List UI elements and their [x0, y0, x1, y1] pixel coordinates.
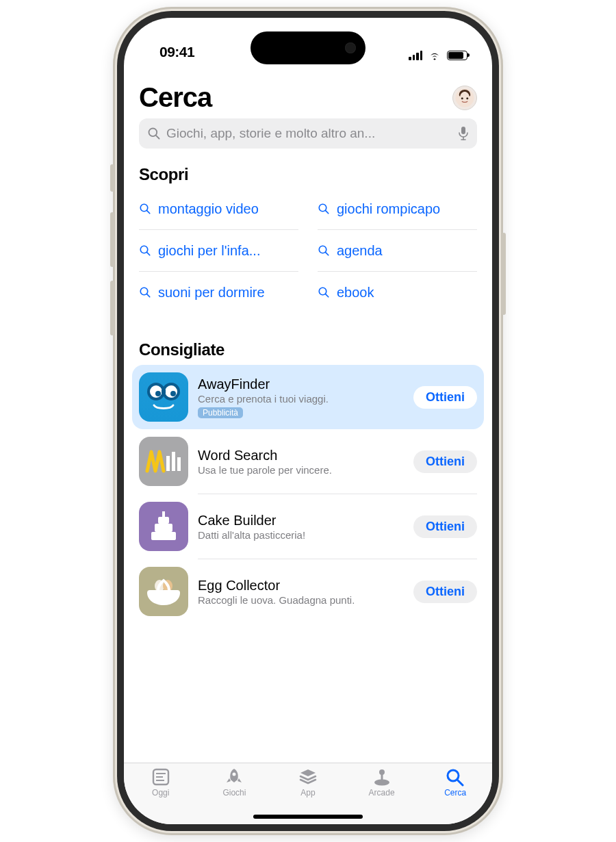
app-name: Word Search [198, 448, 404, 463]
discover-label: suoni per dormire [158, 285, 265, 301]
search-input[interactable]: Giochi, app, storie e molto altro an... [139, 118, 477, 149]
tab-label: Cerca [444, 788, 466, 798]
wifi-icon [428, 51, 441, 60]
suggested-app-row[interactable]: AwayFinder Cerca e prenota i tuoi viaggi… [132, 365, 484, 429]
app-subtitle: Cerca e prenota i tuoi viaggi. [198, 393, 404, 405]
svg-rect-29 [177, 457, 181, 471]
svg-rect-31 [155, 524, 172, 532]
get-button[interactable]: Ottieni [413, 581, 477, 603]
get-button[interactable]: Ottieni [413, 386, 477, 409]
app-info: Cake Builder Datti all'alta pasticceria! [198, 513, 404, 541]
svg-rect-32 [158, 517, 169, 524]
discover-item[interactable]: giochi per l'infa... [139, 230, 298, 272]
suggested-app-row[interactable]: Word Search Usa le tue parole per vincer… [139, 429, 477, 494]
svg-point-40 [233, 773, 236, 776]
app-icon-cakebuilder [139, 502, 188, 551]
suggested-app-row[interactable]: Cake Builder Datti all'alta pasticceria!… [139, 494, 477, 559]
app-info: AwayFinder Cerca e prenota i tuoi viaggi… [198, 377, 404, 418]
app-name: AwayFinder [198, 377, 404, 392]
cellular-icon [409, 51, 422, 60]
svg-line-4 [156, 136, 159, 139]
phone-frame: 09:41 Cerca [113, 7, 503, 835]
search-icon [139, 203, 151, 215]
svg-point-24 [155, 391, 161, 396]
discover-item[interactable]: giochi rompicapo [318, 188, 477, 230]
app-icon-eggcollector [139, 567, 188, 616]
svg-rect-42 [381, 774, 383, 780]
discover-grid: montaggio video giochi rompicapo giochi … [139, 188, 477, 313]
today-icon [151, 767, 171, 787]
search-icon [445, 767, 465, 787]
phone-volume-down-button [110, 281, 114, 335]
svg-line-45 [458, 780, 463, 786]
discover-label: ebook [337, 285, 374, 301]
search-icon [139, 244, 151, 257]
suggested-list: AwayFinder Cerca e prenota i tuoi viaggi… [139, 365, 477, 624]
search-placeholder: Giochi, app, storie e molto altro an... [166, 126, 452, 141]
app-subtitle: Usa le tue parole per vincere. [198, 464, 404, 476]
battery-icon [447, 51, 467, 60]
svg-line-15 [326, 253, 329, 255]
app-info: Egg Collector Raccogli le uova. Guadagna… [198, 578, 404, 606]
svg-point-41 [379, 769, 385, 775]
arcade-icon [372, 767, 392, 787]
apps-icon [298, 767, 318, 787]
page-content: Cerca Giochi, app, storie [124, 73, 492, 824]
svg-rect-27 [166, 456, 170, 471]
discover-item[interactable]: agenda [318, 230, 477, 272]
status-icons [409, 51, 467, 60]
svg-point-25 [170, 391, 176, 396]
account-avatar[interactable] [452, 86, 477, 110]
app-icon-awayfinder [139, 372, 188, 422]
svg-line-11 [326, 211, 329, 214]
rocket-icon [224, 767, 244, 787]
svg-line-17 [147, 294, 150, 297]
svg-point-1 [461, 97, 463, 99]
discover-heading: Scopri [139, 165, 477, 184]
svg-rect-26 [162, 390, 166, 394]
discover-label: montaggio video [158, 201, 259, 217]
tab-label: Arcade [369, 788, 395, 798]
app-icon-wordsearch [139, 437, 188, 486]
tab-label: Oggi [152, 788, 169, 798]
get-button[interactable]: Ottieni [413, 515, 477, 538]
discover-item[interactable]: ebook [318, 272, 477, 313]
svg-point-2 [466, 97, 468, 99]
phone-power-button [502, 233, 506, 315]
page-header: Cerca [139, 82, 477, 113]
app-subtitle: Datti all'alta pasticceria! [198, 529, 404, 541]
screen: 09:41 Cerca [124, 18, 492, 824]
svg-rect-30 [151, 532, 176, 540]
search-icon [318, 286, 330, 298]
microphone-icon[interactable] [458, 126, 469, 141]
svg-line-19 [326, 294, 329, 297]
search-icon [318, 203, 330, 215]
tab-today[interactable]: Oggi [133, 767, 188, 824]
phone-volume-up-button [110, 212, 114, 267]
svg-point-22 [150, 385, 162, 398]
suggested-app-row[interactable]: Egg Collector Raccogli le uova. Guadagna… [139, 559, 477, 624]
ad-badge: Pubblicità [198, 407, 243, 418]
discover-item[interactable]: montaggio video [139, 188, 298, 230]
home-indicator[interactable] [253, 815, 363, 819]
svg-line-9 [147, 211, 150, 214]
discover-item[interactable]: suoni per dormire [139, 272, 298, 313]
tab-search[interactable]: Cerca [428, 767, 483, 824]
svg-point-23 [165, 385, 177, 398]
discover-label: agenda [337, 243, 383, 259]
search-icon [147, 127, 161, 140]
svg-point-43 [374, 780, 389, 786]
svg-rect-5 [461, 127, 465, 134]
svg-rect-28 [172, 452, 175, 471]
search-icon [318, 244, 330, 257]
svg-line-13 [147, 253, 150, 255]
get-button[interactable]: Ottieni [413, 450, 477, 473]
page-title: Cerca [139, 82, 211, 113]
app-subtitle: Raccogli le uova. Guadagna punti. [198, 594, 404, 606]
discover-label: giochi rompicapo [337, 201, 440, 217]
app-name: Egg Collector [198, 578, 404, 594]
svg-rect-33 [162, 511, 165, 517]
phone-side-button [110, 164, 114, 192]
suggested-heading: Consigliate [139, 340, 477, 359]
status-time: 09:41 [159, 44, 409, 60]
